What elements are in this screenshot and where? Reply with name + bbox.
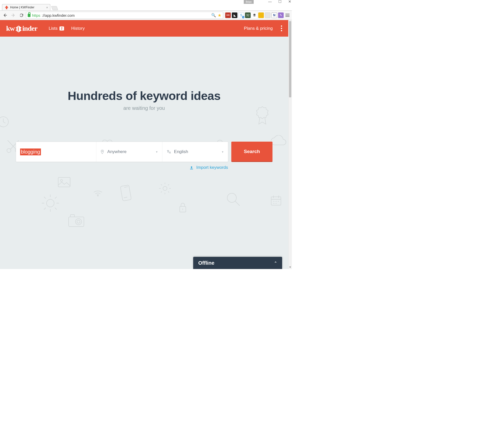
scrollbar-thumb[interactable] bbox=[289, 21, 291, 97]
extension-pencil-icon[interactable]: ✎ bbox=[278, 12, 284, 18]
hero: Hundreds of keyword ideas are waiting fo… bbox=[0, 37, 288, 111]
reload-button[interactable] bbox=[18, 12, 25, 19]
wifi-icon bbox=[93, 189, 103, 196]
svg-point-19 bbox=[102, 151, 103, 152]
kwfinder-logo[interactable]: kw inder bbox=[6, 24, 37, 33]
clock-icon bbox=[0, 115, 10, 128]
extension-n-icon[interactable]: N bbox=[271, 12, 277, 18]
browser-toolbar: https ://app.kwfinder.com 🔍 ★ ••• ◣ S3 3… bbox=[0, 10, 292, 20]
sun-icon bbox=[40, 193, 60, 213]
primary-nav: Lists 2 History bbox=[49, 26, 85, 31]
location-pin-icon bbox=[100, 150, 104, 154]
window-titlebar: Brian — ☐ ✕ bbox=[0, 0, 292, 4]
address-bar[interactable]: https ://app.kwfinder.com 🔍 ★ bbox=[26, 12, 223, 19]
svg-rect-10 bbox=[120, 185, 131, 201]
tab-title: Home | KWFinder bbox=[10, 6, 34, 9]
chat-widget[interactable]: Offline ⌄ bbox=[193, 257, 282, 269]
window-maximize-button[interactable]: ☐ bbox=[278, 0, 282, 3]
svg-point-11 bbox=[163, 186, 167, 190]
image-icon bbox=[57, 176, 71, 188]
new-tab-button[interactable] bbox=[51, 6, 58, 10]
lock-icon bbox=[28, 14, 31, 17]
url-scheme: https bbox=[32, 13, 40, 18]
svg-point-0 bbox=[0, 117, 8, 127]
import-keywords-label: Import keywords bbox=[196, 165, 228, 170]
nav-history[interactable]: History bbox=[71, 26, 85, 31]
extension-skype-icon[interactable]: S3 bbox=[238, 12, 244, 18]
vertical-scrollbar[interactable]: ▼ bbox=[288, 20, 292, 269]
extension-buffer-icon[interactable] bbox=[252, 12, 257, 18]
keyword-input-cell[interactable]: blogging bbox=[16, 142, 96, 162]
svg-rect-6 bbox=[58, 177, 70, 187]
search-card: blogging Anywhere ▼ English ▼ bbox=[16, 142, 228, 162]
favicon-icon bbox=[5, 6, 8, 9]
chevron-down-icon: ▼ bbox=[221, 151, 224, 153]
logo-text-post: inder bbox=[22, 24, 37, 33]
nav-lists-label: Lists bbox=[49, 26, 58, 31]
calendar-icon bbox=[270, 194, 282, 206]
magnifier-icon bbox=[226, 192, 241, 207]
svg-point-8 bbox=[47, 199, 54, 207]
app-header: kw inder Lists 2 History Plans & pricing bbox=[0, 20, 288, 37]
padlock-icon bbox=[178, 202, 187, 213]
more-menu-button[interactable] bbox=[281, 25, 282, 31]
logo-fox-icon bbox=[15, 25, 22, 32]
svg-point-18 bbox=[77, 220, 80, 223]
import-keywords-link[interactable]: Import keywords bbox=[189, 165, 228, 170]
extension-icons: ••• ◣ S3 32 N ✎ bbox=[224, 12, 290, 18]
phone-icon bbox=[119, 184, 132, 202]
chat-status: Offline bbox=[198, 260, 214, 266]
browser-tab[interactable]: Home | KWFinder × bbox=[2, 4, 50, 10]
profile-badge[interactable]: Brian bbox=[244, 0, 254, 4]
page-body: Hundreds of keyword ideas are waiting fo… bbox=[0, 37, 288, 269]
window-close-button[interactable]: ✕ bbox=[288, 0, 291, 3]
search-button[interactable]: Search bbox=[231, 142, 272, 162]
scroll-down-arrow[interactable]: ▼ bbox=[288, 266, 292, 268]
extension-lastpass-icon[interactable]: ••• bbox=[225, 12, 231, 18]
url-text: ://app.kwfinder.com bbox=[42, 13, 210, 18]
extension-pocket-icon[interactable]: ◣ bbox=[232, 12, 237, 18]
hero-subtitle: are waiting for you bbox=[0, 105, 288, 111]
language-value: English bbox=[174, 149, 188, 154]
back-button[interactable] bbox=[2, 12, 9, 19]
svg-point-9 bbox=[98, 196, 98, 196]
translate-icon bbox=[166, 150, 171, 154]
svg-point-17 bbox=[75, 219, 82, 225]
tab-close-button[interactable]: × bbox=[46, 6, 48, 9]
bookmark-star-icon[interactable]: ★ bbox=[218, 13, 221, 18]
search-row: blogging Anywhere ▼ English ▼ Search bbox=[16, 142, 272, 162]
location-select[interactable]: Anywhere ▼ bbox=[96, 142, 162, 162]
extension-calendar-icon[interactable]: 32 bbox=[245, 12, 251, 18]
chevron-up-icon: ⌄ bbox=[274, 261, 277, 265]
nav-lists[interactable]: Lists 2 bbox=[49, 26, 64, 31]
nav-lists-badge: 2 bbox=[59, 26, 64, 31]
upload-icon bbox=[189, 166, 194, 170]
gear-icon bbox=[158, 182, 172, 196]
nav-plans-pricing[interactable]: Plans & pricing bbox=[244, 26, 273, 31]
chrome-menu-button[interactable] bbox=[285, 12, 290, 18]
hero-title: Hundreds of keyword ideas bbox=[0, 89, 288, 103]
extension-doc-icon[interactable] bbox=[265, 12, 270, 18]
browser-tabstrip: Home | KWFinder × bbox=[0, 4, 292, 10]
nav-history-label: History bbox=[71, 26, 85, 31]
keyword-input[interactable]: blogging bbox=[20, 148, 41, 155]
zoom-icon[interactable]: 🔍 bbox=[211, 13, 216, 18]
language-select[interactable]: English ▼ bbox=[162, 142, 228, 162]
extension-yellow-icon[interactable] bbox=[258, 12, 264, 18]
svg-rect-16 bbox=[70, 215, 74, 217]
camera-icon bbox=[67, 213, 85, 227]
forward-button[interactable] bbox=[10, 12, 17, 19]
svg-rect-14 bbox=[271, 197, 281, 205]
logo-text-pre: kw bbox=[6, 24, 15, 33]
chevron-down-icon: ▼ bbox=[156, 151, 158, 153]
location-value: Anywhere bbox=[107, 149, 127, 154]
svg-point-13 bbox=[227, 193, 236, 202]
window-minimize-button[interactable]: — bbox=[268, 0, 272, 3]
svg-point-7 bbox=[60, 180, 63, 182]
app-viewport: kw inder Lists 2 History Plans & pricing bbox=[0, 20, 288, 269]
